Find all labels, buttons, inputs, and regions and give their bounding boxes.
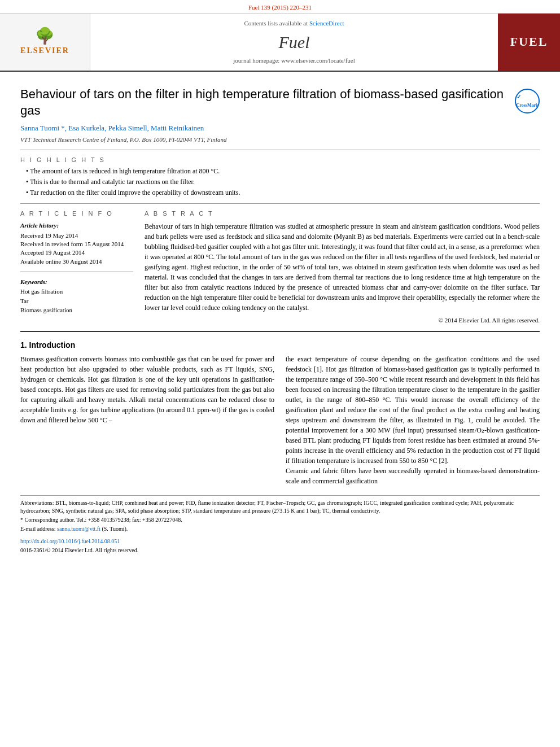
keyword-3: Biomass gasification <box>20 306 133 314</box>
highlight-item-3: Tar reduction on the filter could improv… <box>26 188 540 198</box>
received-date: Received 19 May 2014 <box>20 231 133 240</box>
divider-1 <box>20 150 540 150</box>
highlight-item-2: This is due to thermal and catalytic tar… <box>26 177 540 187</box>
abstract-text: Behaviour of tars in high temperature fi… <box>145 221 540 313</box>
intro-para-2: the exact temperature of course dependin… <box>286 354 540 466</box>
info-abstract-section: A R T I C L E I N F O Article history: R… <box>20 209 540 325</box>
intro-para-3: Ceramic and fabric filters have been suc… <box>286 466 540 486</box>
divider-body <box>20 331 540 332</box>
crossmark-icon: ✓CrossMark <box>517 93 539 109</box>
highlight-item-1: The amount of tars is reduced in high te… <box>26 167 540 176</box>
keyword-2: Tar <box>20 297 133 305</box>
email-label: E-mail address: <box>20 526 57 532</box>
divider-2 <box>20 203 540 204</box>
copyright-line: © 2014 Elsevier Ltd. All rights reserved… <box>145 316 540 325</box>
divider-keywords <box>20 272 133 272</box>
footnote-email: E-mail address: sanna.tuomi@vtt.fi (S. T… <box>20 525 540 533</box>
keywords-section: Keywords: Hot gas filtration Tar Biomass… <box>20 278 133 315</box>
email-name: (S. Tuomi). <box>102 526 128 532</box>
authors-line: Sanna Tuomi *, Esa Kurkela, Pekka Simell… <box>20 123 540 133</box>
sciencedirect-line: Contents lists available at ScienceDirec… <box>244 19 344 28</box>
authors-text: Sanna Tuomi *, Esa Kurkela, Pekka Simell… <box>20 124 204 132</box>
highlights-label: H I G H L I G H T S <box>20 156 540 164</box>
keywords-title: Keywords: <box>20 278 133 286</box>
abstract-col: A B S T R A C T Behaviour of tars in hig… <box>145 209 540 325</box>
article-title-section: Behaviour of tars on the filter in high … <box>20 86 540 119</box>
article-container: Behaviour of tars on the filter in high … <box>0 72 560 563</box>
fuel-logo-area: FUEL <box>498 14 560 71</box>
intro-col-1: Biomass gasification converts biomass in… <box>20 354 274 486</box>
highlights-section: H I G H L I G H T S The amount of tars i… <box>20 156 540 198</box>
email-link[interactable]: sanna.tuomi@vtt.fi <box>57 526 100 532</box>
fuel-logo: FUEL <box>500 28 558 56</box>
footnote-area: Abbreviations: BTL, biomass-to-liquid; C… <box>20 495 540 554</box>
highlights-list: The amount of tars is reduced in high te… <box>20 167 540 197</box>
elsevier-logo: 🌳 ELSEVIER <box>20 28 69 56</box>
revised-date: Received in revised form 15 August 2014 <box>20 240 133 248</box>
footnote-abbrev: Abbreviations: BTL, biomass-to-liquid; C… <box>20 499 540 515</box>
history-title: Article history: <box>20 221 133 230</box>
section-1-title: 1. Introduction <box>20 340 540 351</box>
article-history: Article history: Received 19 May 2014 Re… <box>20 221 133 266</box>
accepted-date: Accepted 19 August 2014 <box>20 248 133 257</box>
footer-issn: 0016-2361/© 2014 Elsevier Ltd. All right… <box>20 547 540 554</box>
journal-center-info: Contents lists available at ScienceDirec… <box>90 14 498 71</box>
introduction-section: 1. Introduction Biomass gasification con… <box>20 340 540 487</box>
intro-para-1: Biomass gasification converts biomass in… <box>20 354 274 425</box>
keywords-list: Hot gas filtration Tar Biomass gasificat… <box>20 287 133 314</box>
doi-link[interactable]: http://dx.doi.org/10.1016/j.fuel.2014.08… <box>20 538 120 544</box>
article-info-col: A R T I C L E I N F O Article history: R… <box>20 209 133 325</box>
intro-col-2: the exact temperature of course dependin… <box>286 354 540 486</box>
keyword-1: Hot gas filtration <box>20 287 133 296</box>
doi-line: http://dx.doi.org/10.1016/j.fuel.2014.08… <box>20 538 540 545</box>
article-title: Behaviour of tars on the filter in high … <box>20 86 515 119</box>
journal-header: 🌳 ELSEVIER Contents lists available at S… <box>0 14 560 72</box>
crossmark-badge: ✓CrossMark <box>515 89 540 113</box>
elsevier-tree-icon: 🌳 <box>35 28 55 44</box>
elsevier-brand: ELSEVIER <box>20 45 69 56</box>
available-online: Available online 30 August 2014 <box>20 257 133 266</box>
journal-homepage: journal homepage: www.elsevier.com/locat… <box>233 56 355 65</box>
footnote-corresponding: * Corresponding author. Tel.: +358 40135… <box>20 516 540 524</box>
abstract-label: A B S T R A C T <box>145 209 540 218</box>
affiliation: VTT Technical Research Centre of Finland… <box>20 136 540 144</box>
elsevier-logo-area: 🌳 ELSEVIER <box>0 14 90 71</box>
intro-two-col: Biomass gasification converts biomass in… <box>20 354 540 486</box>
journal-ref-text: Fuel 139 (2015) 220–231 <box>248 4 312 11</box>
article-info-label: A R T I C L E I N F O <box>20 209 133 218</box>
journal-title: Fuel <box>279 30 310 54</box>
sciencedirect-link[interactable]: ScienceDirect <box>309 20 344 27</box>
journal-reference-bar: Fuel 139 (2015) 220–231 <box>0 0 560 14</box>
